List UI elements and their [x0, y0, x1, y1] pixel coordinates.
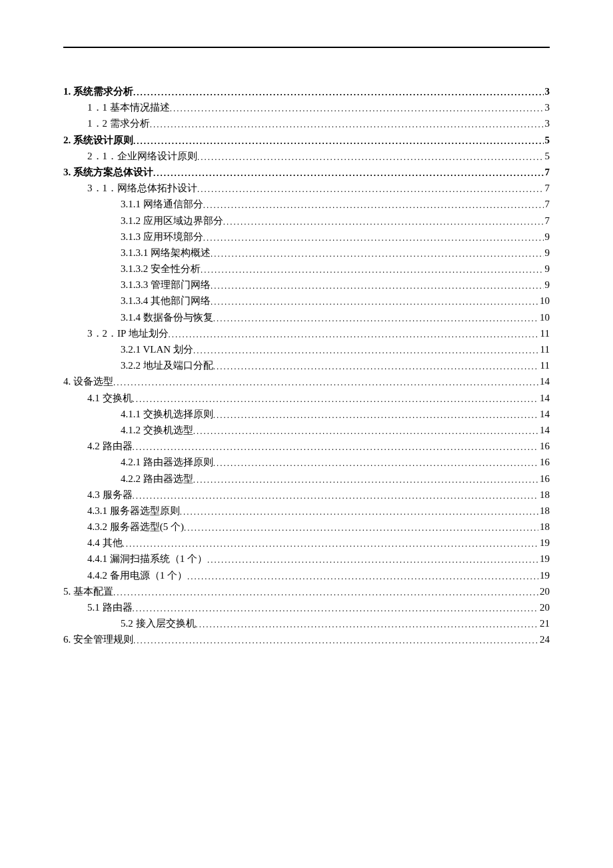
toc-entry[interactable]: 4.2.1 路由器选择原则 16 — [63, 457, 550, 467]
toc-leader-dots — [196, 620, 539, 629]
toc-entry-label: 5. 基本配置 — [63, 587, 113, 597]
toc-entry[interactable]: 4.1.1 交换机选择原则 14 — [63, 409, 550, 419]
toc-entry-page: 7 — [544, 183, 550, 193]
toc-entry[interactable]: 3.1.3.4 其他部门网络 10 — [63, 296, 550, 306]
toc-leader-dots — [133, 636, 538, 645]
toc-entry[interactable]: 3.1.3 应用环境部分9 — [63, 232, 550, 242]
toc-entry-label: 1．2 需求分析 — [87, 119, 150, 129]
toc-entry-label: 5.1 路由器 — [87, 603, 133, 613]
toc-entry[interactable]: 1．1 基本情况描述3 — [63, 103, 550, 113]
toc-entry-label: 2. 系统设计原则 — [63, 135, 133, 145]
toc-entry-page: 18 — [538, 522, 550, 532]
toc-entry-page: 11 — [539, 361, 550, 371]
toc-entry-page: 7 — [544, 167, 550, 177]
toc-entry-page: 14 — [538, 425, 550, 435]
toc-entry[interactable]: 3.1.3.2 安全性分析 9 — [63, 264, 550, 274]
toc-entry[interactable]: 1. 系统需求分析3 — [63, 87, 550, 97]
toc-entry-label: 3.1.1 网络通信部分 — [121, 199, 203, 209]
toc-leader-dots — [211, 249, 544, 258]
toc-entry-label: 4.3.2 服务器选型(5 个) — [87, 522, 184, 532]
toc-leader-dots — [123, 539, 539, 548]
toc-entry[interactable]: 6. 安全管理规则24 — [63, 635, 550, 645]
toc-entry[interactable]: 3．1．网络总体拓扑设计7 — [63, 183, 550, 193]
toc-entry[interactable]: 4. 设备选型14 — [63, 377, 550, 387]
toc-entry-page: 11 — [539, 329, 550, 339]
toc-leader-dots — [180, 507, 538, 516]
toc-entry-page: 3 — [544, 119, 550, 129]
toc-entry-label: 3.1.3.4 其他部门网络 — [121, 296, 211, 306]
toc-entry[interactable]: 5.2 接入层交换机21 — [63, 619, 550, 629]
toc-entry[interactable]: 3．2．IP 地址划分11 — [63, 329, 550, 339]
toc-entry[interactable]: 3.1.3.1 网络架构概述 9 — [63, 248, 550, 258]
toc-entry-page: 16 — [538, 441, 550, 451]
table-of-contents: 1. 系统需求分析31．1 基本情况描述31．2 需求分析32. 系统设计原则5… — [63, 87, 550, 645]
toc-leader-dots — [213, 314, 538, 323]
toc-leader-dots — [197, 153, 544, 161]
toc-entry-label: 5.2 接入层交换机 — [121, 619, 196, 629]
toc-entry-page: 14 — [538, 393, 550, 403]
toc-entry-label: 4.4.1 漏洞扫描系统（1 个） — [87, 554, 207, 564]
toc-entry[interactable]: 5. 基本配置20 — [63, 587, 550, 597]
toc-entry-page: 3 — [544, 103, 550, 113]
toc-entry-label: 3.1.4 数据备份与恢复 — [121, 313, 213, 323]
toc-entry[interactable]: 4.4 其他19 — [63, 538, 550, 548]
toc-entry-label: 4.4.2 备用电源（1 个） — [87, 571, 187, 581]
toc-entry-page: 7 — [544, 199, 550, 209]
toc-entry-page: 7 — [544, 216, 550, 226]
toc-leader-dots — [207, 555, 538, 564]
toc-entry[interactable]: 3.2.1 VLAN 划分 11 — [63, 345, 550, 355]
toc-leader-dots — [201, 265, 544, 274]
toc-entry-label: 3．1．网络总体拓扑设计 — [87, 183, 197, 193]
toc-entry-page: 3 — [544, 87, 550, 97]
toc-entry[interactable]: 4.1 交换机14 — [63, 393, 550, 403]
toc-entry[interactable]: 4.3.1 服务器选型原则 18 — [63, 506, 550, 516]
toc-entry[interactable]: 4.4.2 备用电源（1 个） 19 — [63, 571, 550, 581]
toc-entry[interactable]: 1．2 需求分析3 — [63, 119, 550, 129]
toc-entry[interactable]: 4.1.2 交换机选型 14 — [63, 425, 550, 435]
toc-entry-page: 19 — [538, 571, 550, 581]
toc-leader-dots — [184, 523, 538, 532]
toc-entry-page: 24 — [538, 635, 550, 645]
toc-entry-page: 19 — [538, 554, 550, 564]
toc-entry-page: 16 — [538, 457, 550, 467]
toc-entry-label: 4.3.1 服务器选型原则 — [87, 506, 180, 516]
header-rule — [63, 47, 550, 48]
toc-entry[interactable]: 5.1 路由器 20 — [63, 603, 550, 613]
toc-entry-page: 14 — [538, 409, 550, 419]
toc-entry-label: 6. 安全管理规则 — [63, 635, 133, 645]
toc-entry-label: 3.1.3.3 管理部门网络 — [121, 280, 211, 290]
toc-leader-dots — [153, 169, 544, 177]
toc-entry[interactable]: 4.3 服务器18 — [63, 490, 550, 500]
toc-entry-page: 5 — [544, 135, 550, 145]
toc-leader-dots — [187, 572, 538, 581]
toc-entry-label: 3.1.3.2 安全性分析 — [121, 264, 201, 274]
toc-entry[interactable]: 4.3.2 服务器选型(5 个)18 — [63, 522, 550, 532]
toc-entry[interactable]: 3. 系统方案总体设计7 — [63, 167, 550, 177]
toc-entry[interactable]: 3.1.1 网络通信部分 7 — [63, 199, 550, 209]
toc-leader-dots — [133, 395, 539, 403]
toc-entry-label: 4.2 路由器 — [87, 441, 133, 451]
toc-entry[interactable]: 4.4.1 漏洞扫描系统（1 个） 19 — [63, 554, 550, 564]
toc-entry[interactable]: 2．1．企业网络设计原则5 — [63, 151, 550, 161]
toc-entry-label: 4.4 其他 — [87, 538, 123, 548]
toc-leader-dots — [223, 217, 544, 226]
toc-entry-label: 3.2.1 VLAN 划分 — [121, 345, 193, 355]
toc-entry[interactable]: 3.1.2 应用区域边界部分 7 — [63, 216, 550, 226]
toc-leader-dots — [169, 330, 539, 339]
toc-entry-page: 21 — [538, 619, 550, 629]
toc-leader-dots — [133, 604, 539, 613]
toc-entry[interactable]: 4.2 路由器16 — [63, 441, 550, 451]
toc-entry[interactable]: 4.2.2 路由器选型 16 — [63, 474, 550, 484]
toc-entry-label: 4.2.2 路由器选型 — [121, 474, 193, 484]
toc-entry-page: 18 — [538, 506, 550, 516]
toc-entry-page: 11 — [539, 345, 550, 355]
toc-entry[interactable]: 3.1.3.3 管理部门网络 9 — [63, 280, 550, 290]
toc-entry[interactable]: 2. 系统设计原则5 — [63, 135, 550, 145]
toc-entry[interactable]: 3.2.2 地址及端口分配 11 — [63, 361, 550, 371]
toc-entry[interactable]: 3.1.4 数据备份与恢复 10 — [63, 313, 550, 323]
toc-entry-page: 9 — [544, 264, 550, 274]
toc-leader-dots — [193, 475, 538, 484]
toc-leader-dots — [150, 120, 544, 129]
toc-leader-dots — [133, 443, 539, 451]
toc-entry-label: 4. 设备选型 — [63, 377, 113, 387]
